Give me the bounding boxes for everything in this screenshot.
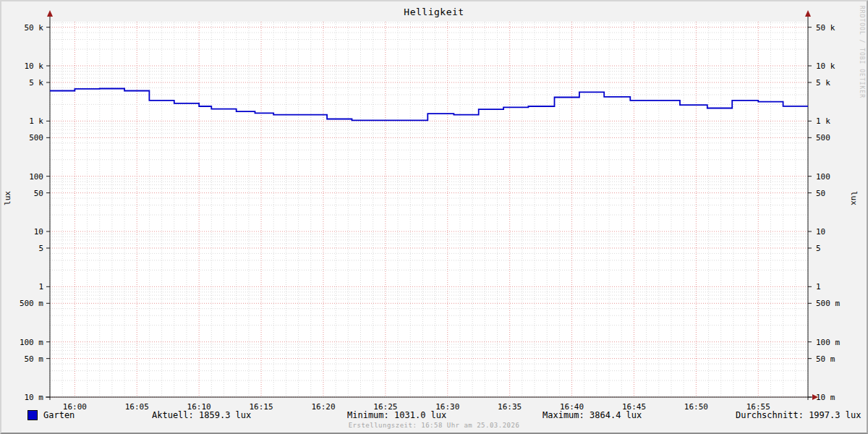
y-tick-label-right: 5 k [816, 78, 830, 88]
y-tick-label-right: 10 k [816, 61, 835, 71]
y-tick-label-left: 1 k [29, 116, 43, 126]
legend-series-garten: Garten [27, 410, 75, 420]
y-tick-label-right: 100 [816, 172, 830, 182]
creation-time-note: Erstellungszeit: 16:58 Uhr am 25.03.2026 [1, 422, 867, 429]
y-tick-label-left: 500 [29, 133, 43, 142]
y-tick-label-left: 1 [38, 282, 43, 292]
stat-durchschnitt: Durchschnitt: 1997.3 lux [736, 410, 861, 420]
y-tick-label-left: 5 k [29, 78, 43, 88]
y-axis-arrow-right [805, 10, 811, 17]
y-tick-label-left: 100 [29, 172, 43, 182]
y-tick-label-right: 100 m [816, 338, 840, 347]
y-tick-label-right: 50 m [816, 354, 835, 364]
stat-maximum: Maximum: 3864.4 lux [542, 410, 642, 420]
y-tick-label-right: 1 [816, 282, 821, 292]
y-tick-label-left: 100 m [20, 338, 43, 347]
stat-minimum: Minimum: 1031.0 lux [347, 410, 446, 420]
y-tick-label-left: 10 m [25, 393, 44, 402]
y-tick-label-left: 50 k [25, 23, 44, 33]
rrd-graph-panel: Helligkeit 50 k50 k10 k10 k5 k5 k1 k1 k5… [0, 0, 868, 434]
y-tick-label-right: 1 k [816, 116, 830, 126]
y-axis-unit-right: lux [849, 191, 859, 205]
series-label: Garten [43, 410, 75, 420]
series-color-swatch [27, 410, 38, 420]
y-tick-label-left: 50 [34, 189, 43, 198]
y-tick-label-left: 5 [38, 244, 43, 253]
y-axis-unit-left: lux [3, 191, 12, 205]
y-tick-label-left: 50 m [25, 354, 44, 364]
y-tick-label-left: 500 m [20, 299, 43, 308]
y-tick-label-left: 10 k [25, 61, 44, 71]
y-tick-label-right: 10 [816, 227, 825, 237]
legend-row: Garten Aktuell: 1859.3 lux Minimum: 1031… [1, 410, 867, 422]
y-tick-label-left: 10 [34, 227, 43, 237]
y-tick-label-right: 50 k [816, 23, 835, 33]
y-tick-label-right: 500 [816, 133, 830, 142]
y-axis-arrow-left [47, 10, 53, 17]
plot-background [50, 22, 808, 397]
y-tick-label-right: 10 m [816, 393, 835, 402]
chart-plot-area: 50 k50 k10 k10 k5 k5 k1 k1 k500500100100… [1, 1, 867, 433]
y-tick-label-right: 50 [816, 189, 825, 198]
rrdtool-watermark: RRDTOOL / TOBI OETIKER [859, 6, 865, 98]
y-tick-label-right: 5 [816, 244, 821, 253]
y-tick-label-right: 500 m [816, 299, 840, 308]
stat-aktuell: Aktuell: 1859.3 lux [152, 410, 251, 420]
